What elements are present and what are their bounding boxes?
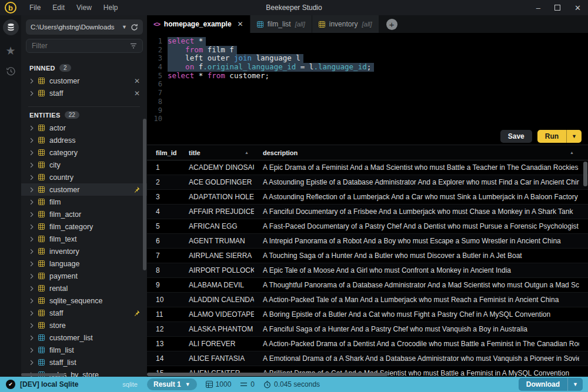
cell-film_id[interactable]: 6: [147, 234, 180, 248]
cell-title[interactable]: AFRICAN EGG: [180, 219, 254, 233]
cell-title[interactable]: ALICE FANTASIA: [180, 351, 254, 366]
sidebar-item-film_category[interactable]: film_category: [21, 220, 147, 233]
sidebar-item-sqlite_sequence[interactable]: sqlite_sequence: [21, 294, 147, 307]
pin-icon[interactable]: [133, 310, 140, 316]
cell-film_id[interactable]: 5: [147, 219, 180, 233]
cell-film_id[interactable]: 4: [147, 205, 180, 219]
chevron-right-icon[interactable]: [30, 360, 34, 366]
chevron-right-icon[interactable]: [30, 335, 34, 341]
chevron-right-icon[interactable]: [30, 323, 34, 329]
cell-title[interactable]: ALASKA PHANTOM: [180, 322, 254, 336]
sidebar-item-film_actor[interactable]: film_actor: [21, 208, 147, 220]
cell-description[interactable]: A Touching Saga of a Hunter And a Butler…: [254, 249, 579, 263]
table-filter[interactable]: [26, 39, 143, 53]
sql-editor[interactable]: 1select *2 from film f3 left outer join …: [147, 33, 588, 128]
cell-description[interactable]: A Boring Epistle of a Butler And a Cat w…: [254, 307, 579, 321]
sidebar-item-rental[interactable]: rental: [21, 282, 147, 294]
menu-help[interactable]: Help: [98, 4, 124, 12]
menu-view[interactable]: View: [71, 4, 98, 12]
sidebar-item-store[interactable]: store: [21, 319, 147, 331]
sidebar-item-customer_list[interactable]: customer_list: [21, 331, 147, 344]
results-horizontal-scrollbar[interactable]: [147, 373, 388, 376]
cell-title[interactable]: ADAPTATION HOLES: [180, 190, 254, 204]
cell-title[interactable]: ACE GOLDFINGER: [180, 175, 254, 189]
chevron-right-icon[interactable]: [30, 78, 34, 84]
chevron-right-icon[interactable]: [30, 187, 34, 193]
chevron-right-icon[interactable]: [30, 347, 34, 353]
cell-film_id[interactable]: 11: [147, 307, 180, 321]
cell-description[interactable]: A Action-Packed Drama of a Dentist And a…: [254, 337, 579, 351]
cell-title[interactable]: ALAMO VIDEOTAPE: [180, 307, 254, 321]
tab-close-icon[interactable]: ✕: [238, 20, 243, 28]
sidebar-item-address[interactable]: address: [21, 134, 147, 146]
history-icon[interactable]: [6, 66, 16, 79]
connection-selector[interactable]: C:\Users\ghstng\Downloads ▼: [26, 19, 143, 35]
sidebar-item-customer[interactable]: customer: [21, 183, 147, 196]
chevron-right-icon[interactable]: [30, 298, 34, 304]
download-button[interactable]: Download ▼: [519, 378, 583, 391]
chevron-right-icon[interactable]: [30, 138, 34, 143]
cell-description[interactable]: A Fanciful Saga of a Hunter And a Pastry…: [254, 322, 579, 336]
sidebar-hscrollbar[interactable]: [21, 373, 65, 376]
cell-title[interactable]: ACADEMY DINOSAUR: [180, 160, 254, 175]
close-button[interactable]: ✕: [574, 4, 581, 12]
chevron-right-icon[interactable]: [30, 236, 34, 242]
unpin-close-icon[interactable]: ✕: [134, 78, 140, 85]
column-header-release_year[interactable]: release_year▲: [579, 145, 588, 160]
cell-title[interactable]: ALI FOREVER: [180, 337, 254, 351]
cell-film_id[interactable]: 10: [147, 293, 180, 307]
menu-edit[interactable]: Edit: [46, 4, 71, 12]
sidebar-item-film[interactable]: film: [21, 196, 147, 208]
save-button[interactable]: Save: [500, 130, 532, 143]
favorites-star-icon[interactable]: ★: [5, 45, 15, 56]
cell-description[interactable]: A Thoughtful Panorama of a Database Admi…: [254, 278, 579, 292]
tab-film_list[interactable]: film_list[all]: [250, 15, 312, 33]
sidebar-item-staff[interactable]: staff: [21, 307, 147, 319]
sidebar-scrollbar[interactable]: [143, 119, 146, 270]
cell-film_id[interactable]: 3: [147, 190, 180, 204]
run-button[interactable]: Run ▼: [537, 130, 582, 143]
column-header-description[interactable]: description▲: [254, 145, 579, 160]
sidebar-item-payment[interactable]: payment: [21, 270, 147, 282]
chevron-right-icon[interactable]: [30, 286, 34, 292]
column-header-film_id[interactable]: film_id▲: [147, 145, 180, 160]
cell-description[interactable]: A Emotional Drama of a A Shark And a Dat…: [254, 351, 579, 366]
sidebar-item-city[interactable]: city: [21, 159, 147, 171]
results-vertical-scrollbar[interactable]: [583, 162, 587, 186]
tab-homepage_example[interactable]: <>homepage_example✕: [147, 15, 250, 33]
cell-description[interactable]: A Action-Packed Tale of a Man And a Lumb…: [254, 293, 579, 307]
sidebar-item-film_list[interactable]: film_list: [21, 344, 147, 356]
cell-film_id[interactable]: 8: [147, 263, 180, 277]
cell-description[interactable]: A Epic Drama of a Feminist And a Mad Sci…: [254, 160, 579, 175]
chevron-right-icon[interactable]: [30, 91, 34, 96]
cell-film_id[interactable]: 14: [147, 351, 180, 366]
sidebar-item-staff[interactable]: staff✕: [21, 87, 147, 99]
chevron-right-icon[interactable]: [30, 273, 34, 279]
filter-input[interactable]: [32, 42, 130, 50]
maximize-button[interactable]: [554, 5, 560, 11]
cell-title[interactable]: ALADDIN CALENDAR: [180, 293, 254, 307]
run-button-label[interactable]: Run: [537, 130, 566, 143]
cell-film_id[interactable]: 7: [147, 249, 180, 263]
chevron-right-icon[interactable]: [30, 125, 34, 131]
run-options-caret-icon[interactable]: ▼: [566, 130, 582, 143]
new-tab-button[interactable]: +: [386, 19, 397, 30]
cell-description[interactable]: A Epic Tale of a Moose And a Girl who mu…: [254, 263, 579, 277]
cell-description[interactable]: A Astounding Reflection of a Lumberjack …: [254, 190, 579, 204]
sidebar-item-actor[interactable]: actor: [21, 122, 147, 134]
cell-title[interactable]: ALABAMA DEVIL: [180, 278, 254, 292]
download-button-label[interactable]: Download: [519, 378, 567, 391]
chevron-right-icon[interactable]: [30, 150, 34, 156]
chevron-right-icon[interactable]: [30, 224, 34, 230]
minimize-button[interactable]: –: [536, 4, 540, 12]
cell-film_id[interactable]: 13: [147, 337, 180, 351]
chevron-right-icon[interactable]: [30, 199, 34, 205]
database-icon[interactable]: [3, 19, 19, 35]
chevron-right-icon[interactable]: [30, 261, 34, 267]
sidebar-item-country[interactable]: country: [21, 171, 147, 183]
chevron-right-icon[interactable]: [30, 310, 34, 316]
menu-file[interactable]: File: [24, 4, 46, 12]
sidebar-item-film_text[interactable]: film_text: [21, 233, 147, 245]
pin-icon[interactable]: [133, 186, 140, 193]
sort-arrow-icon[interactable]: ▲: [245, 150, 249, 155]
